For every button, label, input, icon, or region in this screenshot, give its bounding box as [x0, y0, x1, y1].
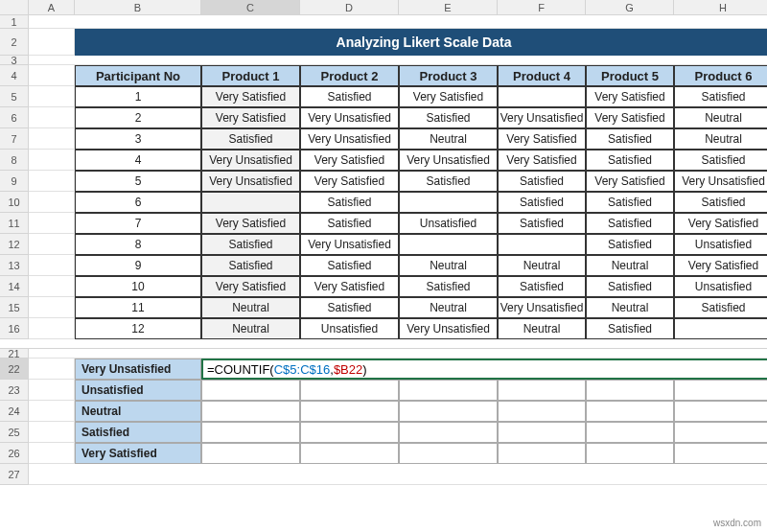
cell-A25[interactable] — [29, 422, 75, 443]
cell-E26[interactable] — [399, 443, 498, 464]
cell-F10[interactable]: Satisfied — [498, 192, 586, 213]
cell-B5[interactable]: 1 — [75, 86, 201, 107]
cell-H23[interactable] — [674, 380, 767, 401]
cell-D13[interactable]: Satisfied — [300, 255, 399, 276]
cell-H5[interactable]: Satisfied — [674, 86, 767, 107]
cell-F8[interactable]: Very Satisfied — [498, 150, 586, 171]
cell-A7[interactable] — [29, 128, 75, 150]
cell-C14[interactable]: Very Satisfied — [201, 276, 300, 297]
cell-A14[interactable] — [29, 276, 75, 297]
cell-F6[interactable]: Very Unsatisfied — [498, 107, 586, 128]
col-header-C[interactable]: C — [201, 0, 300, 15]
row-header-4[interactable]: 4 — [0, 65, 29, 86]
cell-H10[interactable]: Satisfied — [674, 192, 767, 213]
cell-F23[interactable] — [498, 380, 586, 401]
cell-H15[interactable]: Satisfied — [674, 297, 767, 318]
cell-H14[interactable]: Unsatisfied — [674, 276, 767, 297]
cell-C25[interactable] — [201, 422, 300, 443]
row-header-8[interactable]: 8 — [0, 150, 29, 171]
cell-H6[interactable]: Neutral — [674, 107, 767, 128]
cell-empty[interactable] — [29, 15, 767, 29]
cell-D23[interactable] — [300, 380, 399, 401]
cell-B16[interactable]: 12 — [75, 318, 201, 339]
cell-B9[interactable]: 5 — [75, 171, 201, 192]
col-header-G[interactable]: G — [586, 0, 674, 15]
cell-B6[interactable]: 2 — [75, 107, 201, 128]
cell-B12[interactable]: 8 — [75, 234, 201, 255]
cell-H12[interactable]: Unsatisfied — [674, 234, 767, 255]
cell-D11[interactable]: Satisfied — [300, 213, 399, 234]
cell-A5[interactable] — [29, 86, 75, 107]
hdr-participant[interactable]: Participant No — [75, 65, 201, 86]
cell-D9[interactable]: Very Satisfied — [300, 171, 399, 192]
cell-G24[interactable] — [586, 401, 674, 422]
cell-E15[interactable]: Neutral — [399, 297, 498, 318]
cell-C7[interactable]: Satisfied — [201, 128, 300, 150]
col-header-F[interactable]: F — [498, 0, 586, 15]
cell-H11[interactable]: Very Satisfied — [674, 213, 767, 234]
cell-E24[interactable] — [399, 401, 498, 422]
cell-F26[interactable] — [498, 443, 586, 464]
cell-B8[interactable]: 4 — [75, 150, 201, 171]
cell-C12[interactable]: Satisfied — [201, 234, 300, 255]
cell-F9[interactable]: Satisfied — [498, 171, 586, 192]
row-header-26[interactable]: 26 — [0, 443, 29, 464]
row-header-22[interactable]: 22 — [0, 359, 29, 380]
cell-D25[interactable] — [300, 422, 399, 443]
cell-E23[interactable] — [399, 380, 498, 401]
cell-B25-category[interactable]: Satisfied — [75, 422, 201, 443]
cell-E25[interactable] — [399, 422, 498, 443]
cell-F5[interactable] — [498, 86, 586, 107]
row-header-24[interactable]: 24 — [0, 401, 29, 422]
cell-A12[interactable] — [29, 234, 75, 255]
select-all-corner[interactable] — [0, 0, 29, 15]
cell-row21[interactable] — [29, 349, 767, 359]
cell-C23[interactable] — [201, 380, 300, 401]
cell-D5[interactable]: Satisfied — [300, 86, 399, 107]
cell-C6[interactable]: Very Satisfied — [201, 107, 300, 128]
cell-H8[interactable]: Satisfied — [674, 150, 767, 171]
row-header-16[interactable]: 16 — [0, 318, 29, 339]
row-header-11[interactable]: 11 — [0, 213, 29, 234]
cell-E9[interactable]: Satisfied — [399, 171, 498, 192]
cell-B13[interactable]: 9 — [75, 255, 201, 276]
cell-G9[interactable]: Very Satisfied — [586, 171, 674, 192]
cell-H16[interactable] — [674, 318, 767, 339]
cell-C16[interactable]: Neutral — [201, 318, 300, 339]
cell-G26[interactable] — [586, 443, 674, 464]
cell-D15[interactable]: Satisfied — [300, 297, 399, 318]
cell-D26[interactable] — [300, 443, 399, 464]
cell-F13[interactable]: Neutral — [498, 255, 586, 276]
row-header-3[interactable]: 3 — [0, 56, 29, 65]
row-header-14[interactable]: 14 — [0, 276, 29, 297]
cell-F24[interactable] — [498, 401, 586, 422]
cell-E14[interactable]: Satisfied — [399, 276, 498, 297]
cell-B7[interactable]: 3 — [75, 128, 201, 150]
cell-G23[interactable] — [586, 380, 674, 401]
cell-A6[interactable] — [29, 107, 75, 128]
row-header-9[interactable]: 9 — [0, 171, 29, 192]
cell-G6[interactable]: Very Satisfied — [586, 107, 674, 128]
row-header-10[interactable]: 10 — [0, 192, 29, 213]
col-header-B[interactable]: B — [75, 0, 201, 15]
cell-A13[interactable] — [29, 255, 75, 276]
cell-G7[interactable]: Satisfied — [586, 128, 674, 150]
cell-B23-category[interactable]: Unsatisfied — [75, 380, 201, 401]
cell-G5[interactable]: Very Satisfied — [586, 86, 674, 107]
cell-D16[interactable]: Unsatisfied — [300, 318, 399, 339]
hdr-product1[interactable]: Product 1 — [201, 65, 300, 86]
cell-E6[interactable]: Satisfied — [399, 107, 498, 128]
cell-A2[interactable] — [29, 29, 75, 56]
cell-G12[interactable]: Satisfied — [586, 234, 674, 255]
cell-H7[interactable]: Neutral — [674, 128, 767, 150]
cell-A23[interactable] — [29, 380, 75, 401]
title-merged[interactable]: Analyzing Likert Scale Data — [75, 29, 767, 56]
col-header-D[interactable]: D — [300, 0, 399, 15]
cell-F12[interactable] — [498, 234, 586, 255]
row-header-2[interactable]: 2 — [0, 29, 29, 56]
row-header-25[interactable]: 25 — [0, 422, 29, 443]
cell-B10[interactable]: 6 — [75, 192, 201, 213]
cell-G13[interactable]: Neutral — [586, 255, 674, 276]
cell-G14[interactable]: Satisfied — [586, 276, 674, 297]
cell-A8[interactable] — [29, 150, 75, 171]
